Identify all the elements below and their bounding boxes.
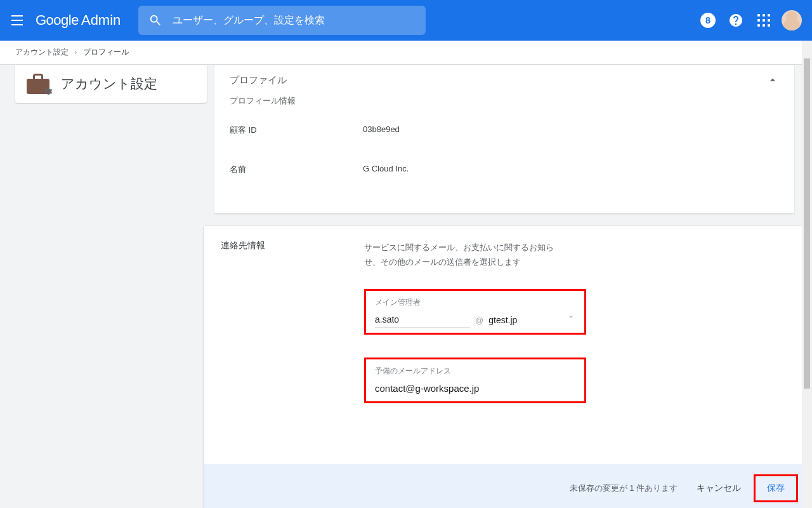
- table-row: 顧客 ID 03b8e9ed: [214, 110, 794, 150]
- search-input[interactable]: [173, 15, 416, 26]
- menu-icon[interactable]: [10, 13, 25, 28]
- cancel-button[interactable]: キャンセル: [697, 483, 741, 494]
- briefcase-icon: [27, 74, 51, 94]
- breadcrumb: アカウント設定 › プロフィール: [0, 41, 812, 65]
- profile-panel-subtitle: プロフィール情報: [214, 95, 794, 110]
- profile-panel-title: プロファイル: [230, 74, 287, 86]
- badge-icon: 8: [700, 13, 716, 28]
- editor-footer: 未保存の変更が 1 件あります キャンセル 保存: [204, 464, 812, 508]
- backup-email-field: 予備のメールアドレス: [364, 358, 586, 403]
- at-sign: @: [475, 316, 483, 325]
- main-area: アカウント設定 プロファイル プロフィール情報 顧客 ID 03b8e9ed 名…: [0, 65, 812, 508]
- avatar[interactable]: [782, 10, 802, 30]
- help-icon: [728, 13, 743, 28]
- search-bar[interactable]: [138, 6, 426, 35]
- backup-email-input[interactable]: [375, 380, 575, 396]
- breadcrumb-sep: ›: [74, 48, 77, 57]
- chevron-up-icon: [766, 74, 779, 86]
- dropdown-icon[interactable]: [566, 312, 575, 324]
- save-button[interactable]: 保存: [757, 478, 795, 499]
- account-badge-button[interactable]: 8: [695, 8, 721, 33]
- primary-admin-domain-select[interactable]: [488, 312, 558, 328]
- contact-panel: 連絡先情報 サービスに関するメール、お支払いに関するお知らせ、その他のメールの送…: [204, 226, 812, 508]
- help-button[interactable]: [723, 8, 749, 33]
- sidebar-title: アカウント設定: [61, 75, 157, 93]
- app-header: Google Admin 8: [0, 0, 812, 41]
- breadcrumb-root[interactable]: アカウント設定: [15, 48, 69, 57]
- primary-admin-label: メイン管理者: [375, 297, 575, 308]
- breadcrumb-current: プロフィール: [83, 48, 129, 57]
- search-icon: [148, 13, 162, 27]
- scrollbar-thumb[interactable]: [804, 58, 810, 389]
- sidebar-card[interactable]: アカウント設定: [15, 65, 207, 103]
- contact-panel-title: 連絡先情報: [221, 240, 364, 426]
- backup-email-label: 予備のメールアドレス: [375, 366, 575, 377]
- apps-button[interactable]: [751, 8, 776, 33]
- logo-google-text: Google: [36, 12, 79, 29]
- save-highlight: 保存: [754, 474, 798, 502]
- customer-id-value: 03b8e9ed: [363, 124, 400, 136]
- table-row: 名前 G Cloud Inc.: [214, 150, 794, 213]
- profile-panel: プロファイル プロフィール情報 顧客 ID 03b8e9ed 名前 G Clou…: [214, 65, 794, 213]
- org-name-value: G Cloud Inc.: [363, 164, 409, 175]
- content-column: プロファイル プロフィール情報 顧客 ID 03b8e9ed 名前 G Clou…: [214, 65, 794, 508]
- unsaved-changes-message: 未保存の変更が 1 件あります: [570, 483, 678, 494]
- profile-panel-header[interactable]: プロファイル: [214, 65, 794, 95]
- scrollbar[interactable]: [802, 41, 812, 508]
- apps-icon: [757, 14, 770, 27]
- primary-admin-field: メイン管理者 @: [364, 289, 586, 335]
- contact-panel-description: サービスに関するメール、お支払いに関するお知らせ、その他のメールの送信者を選択し…: [364, 240, 561, 270]
- org-name-label: 名前: [230, 164, 363, 175]
- logo[interactable]: Google Admin: [36, 12, 121, 29]
- primary-admin-user-input[interactable]: [375, 312, 470, 328]
- logo-admin-text: Admin: [81, 12, 121, 29]
- customer-id-label: 顧客 ID: [230, 124, 363, 136]
